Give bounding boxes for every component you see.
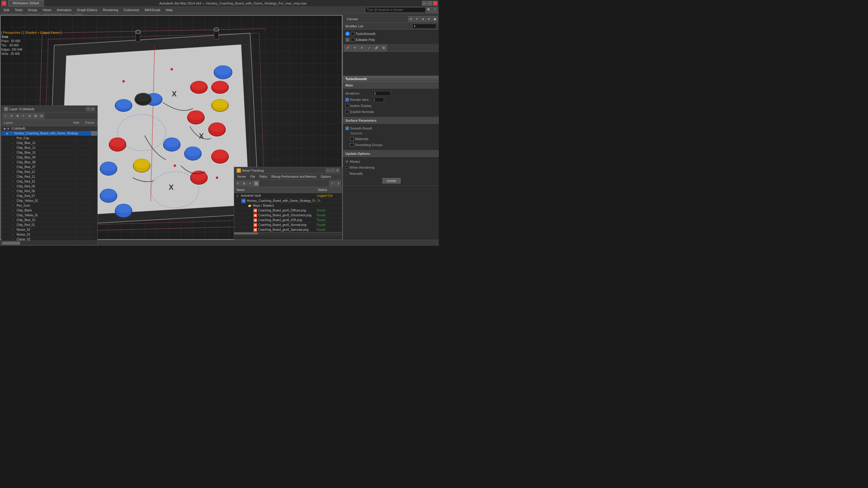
layer-item-chip-red-01[interactable]: ▪ Chip_Red_01 ··· ··· — [1, 223, 97, 227]
asset-item-maxfile[interactable]: 3 Hockey_Coaching_Board_with_Game_Strate… — [234, 198, 342, 203]
asset-help-button[interactable]: ? — [330, 181, 335, 186]
explicit-normals-checkbox[interactable] — [345, 110, 349, 113]
workspace-selector[interactable]: Workspace: Default — [8, 0, 44, 7]
layer-item-chip-blue-01[interactable]: ▪ Chip_Blue_01 ··· ··· — [1, 218, 97, 223]
materials-checkbox[interactable] — [350, 137, 354, 141]
asset-detail-view-button[interactable]: ▤ — [253, 181, 259, 186]
asset-scrollbar[interactable] — [234, 232, 342, 236]
asset-minimize-button[interactable]: — — [326, 168, 330, 173]
panel-tab-4[interactable]: ⊕ — [426, 16, 432, 22]
layer-item-chip-blue-08[interactable]: ▪ Chip_Blue_08 ··· ··· — [1, 160, 97, 165]
layer-item-noose-02[interactable]: ▪ Noose_02 ··· ··· — [1, 227, 97, 232]
render-iters-checkbox[interactable]: ✓ — [345, 98, 349, 101]
asset-menu-file[interactable]: File — [248, 175, 257, 178]
asset-item-diffuse[interactable]: ▣ Coaching_Board_geo5_Diffuse.png Found — [234, 208, 342, 213]
maximize-button[interactable]: □ — [427, 1, 432, 6]
asset-item-ior[interactable]: ▣ Coaching_Board_geo5_IOR.png Found — [234, 218, 342, 223]
panel-tab-3[interactable]: ◈ — [420, 16, 426, 22]
always-radio[interactable] — [345, 160, 348, 163]
move-icon[interactable]: ✛ — [351, 44, 358, 51]
modifier-turbosmooth-toggle[interactable] — [351, 32, 354, 36]
layer-item-chip-black[interactable]: ▪ Chip_Black ··· ··· — [1, 208, 97, 213]
menu-group[interactable]: Group — [26, 7, 40, 12]
smooth-result-checkbox[interactable]: ✓ — [345, 127, 349, 130]
surface-params-header[interactable]: Surface Parameters — [343, 117, 439, 124]
layer-item-chip-yellow-01[interactable]: ▪ Chip_Yellow_01 ··· ··· — [1, 213, 97, 218]
menu-edit[interactable]: Edit — [1, 7, 12, 12]
panel-tab-5[interactable]: ▣ — [432, 16, 438, 22]
layer-find-button[interactable]: ⊘ — [27, 113, 32, 119]
asset-maximize-button[interactable]: □ — [331, 168, 335, 173]
link-icon[interactable]: 🔗 — [373, 44, 380, 51]
asset-list-view-button[interactable]: ≡ — [247, 181, 253, 186]
layer-item-pen-gum[interactable]: ▪ Pen_Gum ··· ··· — [1, 203, 97, 208]
layer-item-chip-blue-10[interactable]: ▪ Chip_Blue_10 ··· ··· — [1, 150, 97, 155]
layer-unmerge-button[interactable]: ⊟ — [39, 113, 44, 119]
layer-merge-button[interactable]: ⊞ — [33, 113, 38, 119]
menu-customize[interactable]: Customize — [121, 7, 142, 12]
menu-help[interactable]: Help — [163, 7, 175, 12]
modifier-dropdown[interactable]: ▾ — [412, 24, 436, 29]
layer-item-chip-blue-11[interactable]: ▪ Chip_Blue_11 ··· ··· — [1, 145, 97, 150]
asset-item-normal[interactable]: ▣ Coaching_Board_geo5_Normal.png Found — [234, 223, 342, 227]
modifier-editable-poly-toggle[interactable] — [351, 38, 354, 41]
update-button[interactable]: Update — [382, 178, 401, 184]
scale-icon[interactable]: ⤢ — [366, 44, 373, 51]
layer-item-chip-blue-12[interactable]: ▪ Chip_Blue_12 ··· ··· — [1, 141, 97, 145]
asset-menu-server[interactable]: Server — [236, 175, 248, 178]
layer-select-button[interactable]: ↖ — [21, 113, 26, 119]
asset-item-maps-folder[interactable]: 📁 Maps / Shaders — [234, 203, 342, 208]
layer-item-chip-red-08[interactable]: ▪ Chip_Red_08 ··· ··· — [1, 189, 97, 194]
rotate-icon[interactable]: ↻ — [359, 44, 365, 51]
layer-item-chip-blue-09[interactable]: ▪ Chip_Blue_09 ··· ··· — [1, 155, 97, 160]
turbosmooth-main-header[interactable]: Main — [343, 82, 439, 89]
layer-item-chip-red-11[interactable]: ▪ Chip_Red_11 ··· ··· — [1, 174, 97, 179]
asset-item-specular[interactable]: ▣ Coaching_Board_geo5_Specular.png Found — [234, 227, 342, 232]
layer-close-button[interactable]: ✕ — [91, 107, 95, 111]
manually-radio[interactable] — [345, 172, 348, 175]
search-button[interactable]: 🔍 — [426, 7, 432, 13]
layer-item-chip-red-12[interactable]: ▪ Chip_Red_12 ··· ··· — [1, 170, 97, 174]
unlink-icon[interactable]: ⛓ — [380, 44, 387, 51]
menu-animation[interactable]: Animation — [54, 7, 74, 12]
layer-item-chip-yellow-02[interactable]: ▪ Chip_Yellow_02 ··· ··· — [1, 198, 97, 203]
close-button[interactable]: ✕ — [433, 1, 438, 6]
layer-item-hockey-group[interactable]: ▶ ⬡ Hockey_Coaching_Board_with_Game_Stra… — [1, 131, 97, 136]
layer-add-button[interactable]: ⊕ — [15, 113, 20, 119]
layer-item-noose-01[interactable]: ▪ Noose_01 ··· ··· — [1, 232, 97, 237]
panel-tab-1[interactable]: ⚙ — [408, 16, 413, 22]
menu-graph-editors[interactable]: Graph Editors — [74, 7, 100, 12]
minimize-button[interactable]: — — [422, 1, 427, 6]
asset-item-glossiness[interactable]: ▣ Coaching_Board_geo5_Glossiness.png Fou… — [234, 213, 342, 218]
menu-maxscript[interactable]: MAXScript — [142, 7, 163, 12]
layer-delete-button[interactable]: ✕ — [9, 113, 14, 119]
asset-close-button[interactable]: ✕ — [336, 168, 340, 173]
when-rendering-radio[interactable] — [345, 166, 348, 169]
layer-help-button[interactable]: ? — [86, 107, 90, 111]
modifier-editable-poly[interactable]: ▪ Editable Poly — [344, 37, 438, 43]
asset-menu-bitmap-perf[interactable]: Bitmap Performance and Memory — [270, 175, 318, 178]
modifier-turbosmooth[interactable]: ● TurboSmooth — [344, 31, 438, 37]
layer-item-pen-cap[interactable]: ▪ Pen_Cap ··· ··· — [1, 136, 97, 141]
layer-item-chip-red-09[interactable]: ▪ Chip_Red_09 ··· ··· — [1, 184, 97, 189]
update-options-header[interactable]: Update Options — [343, 150, 439, 157]
smoothing-groups-checkbox[interactable] — [350, 143, 354, 147]
panel-tab-2[interactable]: ✦ — [414, 16, 420, 22]
iterations-spinner[interactable]: 0 — [373, 91, 391, 96]
render-iters-spinner[interactable]: 2 — [372, 97, 384, 102]
layer-scroll-thumb[interactable] — [2, 241, 20, 245]
layer-create-button[interactable]: + — [3, 113, 8, 119]
layer-item-default[interactable]: ▶ ■ 0 (default) ··· ··· — [1, 126, 97, 131]
asset-item-vault[interactable]: ⊙ Autodesk Vault Logged Out — [234, 193, 342, 198]
layer-item-chip-red-07[interactable]: ▪ Chip_Red_07 ··· ··· — [1, 194, 97, 198]
layer-scrollbar[interactable] — [1, 241, 97, 245]
asset-menu-paths[interactable]: Paths — [258, 175, 269, 178]
pin-icon[interactable]: 📌 — [344, 44, 351, 51]
isoline-checkbox[interactable] — [345, 104, 349, 107]
layer-item-chip-red-10[interactable]: ▪ Chip_Red_10 ··· ··· — [1, 179, 97, 184]
asset-info-button[interactable]: ℹ — [336, 181, 341, 186]
layer-item-clamp-02[interactable]: ▪ Clamp_02 ··· ··· — [1, 237, 97, 241]
menu-views[interactable]: Views — [40, 7, 54, 12]
menu-tools[interactable]: Tools — [12, 7, 25, 12]
asset-expand-button[interactable]: ⊞ — [241, 181, 247, 186]
